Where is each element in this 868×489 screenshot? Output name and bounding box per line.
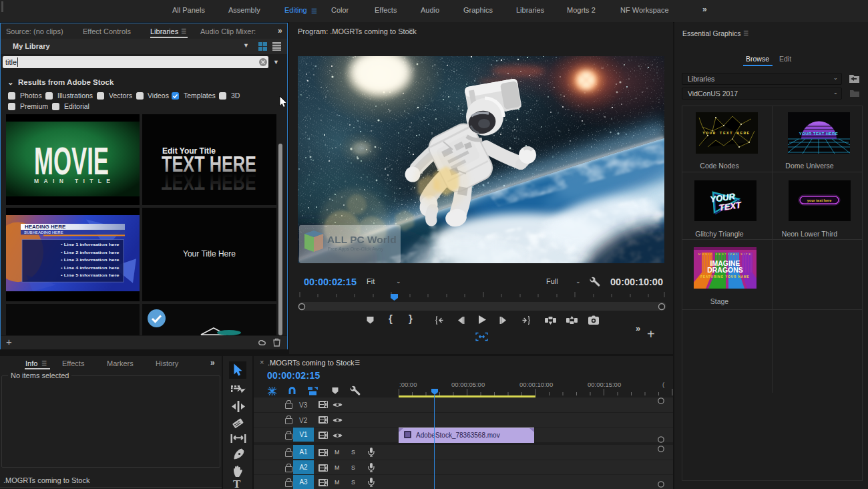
svg-text:YOUR TEXT HERE: YOUR TEXT HERE (799, 132, 838, 136)
svg-text:HEADING HERE: HEADING HERE (25, 224, 65, 230)
svg-text:MOVIE: MOVIE (34, 140, 109, 182)
svg-text:• Line 2 information here: • Line 2 information here (61, 250, 120, 254)
svg-text:YOUR TEXT HERE: YOUR TEXT HERE (702, 131, 750, 136)
svg-text:FEATURING YOUR NAME: FEATURING YOUR NAME (700, 275, 750, 279)
svg-text:your text here: your text here (807, 198, 831, 202)
svg-text:DRAGONS: DRAGONS (707, 266, 743, 274)
svg-text:• Line 5 information here: • Line 5 information here (61, 273, 120, 277)
svg-text:ALL PC World: ALL PC World (327, 234, 397, 245)
svg-text:Free Apps One-Click Away: Free Apps One-Click Away (328, 247, 384, 252)
svg-text:SUBHEADING HERE: SUBHEADING HERE (24, 230, 63, 234)
svg-text:• Line 4 information here: • Line 4 information here (61, 265, 120, 269)
svg-text:TEXT HERE: TEXT HERE (162, 170, 256, 195)
svg-text:MUSIC FESTIVAL SITE: MUSIC FESTIVAL SITE (698, 253, 752, 256)
svg-text:• Line 1 information here: • Line 1 information here (61, 242, 120, 247)
svg-text:• Line 3 information here: • Line 3 information here (61, 258, 120, 262)
